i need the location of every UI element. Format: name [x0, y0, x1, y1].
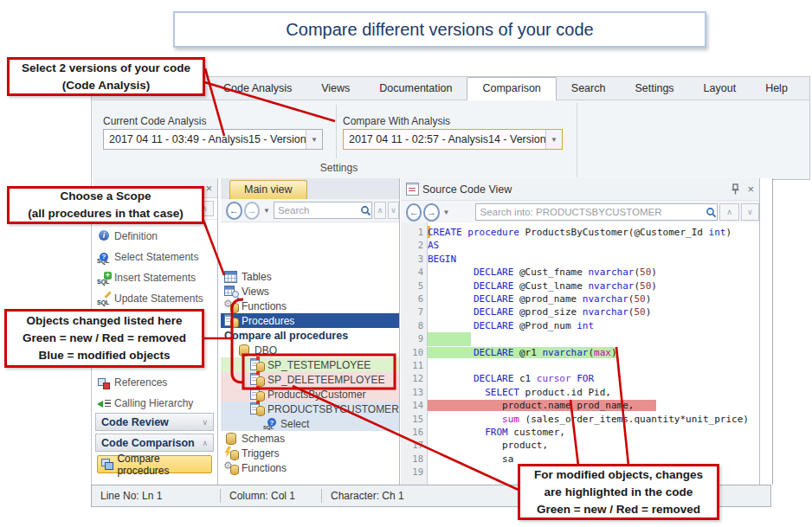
line-number: 4: [401, 266, 423, 279]
line-number: 10: [401, 346, 423, 359]
code-editor[interactable]: 1CREATE procedure ProductsByCustomer(@Cu…: [401, 222, 759, 485]
ribbon-group-separator: [336, 105, 337, 158]
code-line-1: CREATE procedure ProductsByCustomer(@Cus…: [428, 226, 759, 239]
back-icon[interactable]: ←: [406, 203, 422, 222]
tab-main-view[interactable]: Main view: [229, 180, 307, 199]
code-line-3: BEGIN: [428, 253, 759, 266]
search-prev-icon[interactable]: ∧: [719, 203, 738, 221]
callout-choose-scope: Choose a Scope(all procedures in that ca…: [7, 186, 204, 224]
chevron-down-icon[interactable]: ▼: [443, 209, 450, 216]
sidebar-item-select-statements[interactable]: SQL?Select Statements: [97, 248, 214, 266]
section-code-comparison[interactable]: Code Comparison ∧: [95, 434, 214, 452]
tree-search[interactable]: [274, 202, 372, 219]
search-prev-icon[interactable]: ∧: [374, 202, 386, 219]
tree-item-dbo[interactable]: DBO: [221, 343, 399, 357]
tree-item-label: Procedures: [242, 315, 294, 327]
chevron-down-icon[interactable]: ▼: [263, 207, 270, 215]
refs-icon: [97, 376, 112, 389]
sidebar-item-definition[interactable]: iDefinition: [97, 228, 214, 245]
tree-item-productsbycustomer[interactable]: PRODUCTSBYCUSTOMER: [221, 402, 399, 416]
forward-icon[interactable]: →: [423, 203, 439, 222]
line-number: 17: [401, 439, 423, 452]
sidebar-item-update-statements[interactable]: SQLUpdate Statements: [97, 290, 214, 307]
tab-search[interactable]: Search: [557, 78, 621, 100]
tree-item-label: PRODUCTSBYCUSTOMER: [267, 403, 399, 415]
search-next-icon[interactable]: ∨: [741, 203, 759, 221]
new-highlight: DECLARE @r1 nvarchar(max): [428, 347, 617, 358]
new-highlight: [428, 332, 471, 345]
tab-comparison[interactable]: Comparison: [467, 77, 556, 100]
tree-item-sp-deleteemployee[interactable]: SP_DELETEEMPLOYEE: [221, 372, 399, 387]
function-icon: ⚙: [224, 461, 239, 474]
section-code-review[interactable]: Code Review ∨: [95, 413, 214, 431]
close-icon[interactable]: ×: [747, 183, 754, 195]
tree-item-sp-testemployee[interactable]: SP_TESTEMPLOYEE: [221, 357, 399, 372]
tree-item-functions[interactable]: ⚙Functions: [221, 299, 399, 313]
tree-item-label: Compare all procedures: [224, 330, 348, 342]
trigger-icon: [224, 447, 239, 460]
tab-documentation[interactable]: Documentation: [364, 78, 467, 100]
callout-line: Choose a Scope: [60, 188, 151, 205]
current-analysis-combo[interactable]: 2017 04 11 - 03:49 - Analysis15 - Versio…: [103, 129, 323, 150]
tree-item-functions[interactable]: ⚙Functions: [221, 460, 399, 475]
code-line-16: FROM customer,: [428, 426, 759, 439]
tab-layout[interactable]: Layout: [689, 78, 751, 100]
tree-item-schemas[interactable]: Schemas: [221, 431, 399, 446]
tree-search-input[interactable]: [274, 205, 360, 215]
code-search[interactable]: [475, 203, 718, 221]
tree-item-procedures[interactable]: Procedures: [221, 313, 399, 328]
tree-item-label: Schemas: [242, 433, 285, 445]
chevron-down-icon[interactable]: ▼: [545, 130, 562, 149]
sql-q-icon: SQL?: [97, 251, 112, 264]
sidebar-item-references[interactable]: References: [97, 374, 214, 391]
code-search-input[interactable]: [476, 207, 706, 217]
select-icon: SQL?: [263, 417, 278, 430]
ribbon-group-label: Settings: [103, 162, 575, 174]
proc-doc-icon: [250, 402, 265, 415]
sql-pencil-icon: SQL: [97, 292, 112, 305]
pin-icon[interactable]: [731, 183, 740, 195]
compare-analysis-combo[interactable]: 2017 04 11 - 02:57 - Analysis14 - Versio…: [343, 129, 563, 150]
search-next-icon[interactable]: ∨: [388, 202, 399, 219]
source-view-title: Source Code View: [422, 183, 724, 196]
tree-item-compare-all-procedures[interactable]: Compare all procedures: [221, 328, 399, 343]
tab-help[interactable]: Help: [751, 78, 802, 100]
table-icon: [224, 270, 239, 283]
line-number: 5: [401, 280, 423, 292]
sidebar-item-calling-hierarchy[interactable]: Calling Hierarchy: [97, 395, 214, 412]
tab-settings[interactable]: Settings: [620, 78, 688, 100]
callout-modified-objects: For modified objects, changesare highlig…: [518, 464, 719, 520]
proc-doc-icon: [250, 388, 265, 401]
status-item-2: Character: Ch 1: [322, 485, 422, 506]
forward-icon[interactable]: →: [244, 202, 261, 220]
tree-item-productsbycustomer[interactable]: ProductsByCustomer: [221, 387, 399, 402]
sidebar-item-label: Select Statements: [114, 251, 198, 263]
source-code-panel: Source Code View × ← → ▼ ∧ ∨ 1CREATE pro…: [401, 178, 760, 485]
sidebar-item-insert-statements[interactable]: SQL+Insert Statements: [97, 269, 214, 286]
tree-item-views[interactable]: Views: [221, 284, 399, 299]
close-icon[interactable]: ×: [205, 182, 212, 195]
current-analysis-label: Current Code Analysis: [103, 115, 206, 127]
chevron-down-icon[interactable]: ▼: [306, 130, 322, 149]
line-number: 1: [401, 226, 423, 239]
line-number: 14: [401, 399, 423, 412]
source-view-toolbar: ← → ▼ ∧ ∨: [401, 201, 759, 224]
tree-item-tables[interactable]: Tables: [221, 269, 399, 284]
line-number: 19: [401, 466, 423, 479]
code-line-15: sum (sales_order_items.quantity*unit_pri…: [428, 413, 759, 426]
compare-procedures-label: Compare procedures: [117, 453, 211, 477]
back-icon[interactable]: ←: [226, 202, 242, 220]
code-line-6: DECLARE @prod_name nvarchar(50): [428, 292, 759, 305]
info-icon: i: [97, 230, 112, 243]
line-number: 2: [401, 239, 423, 252]
tree-item-select[interactable]: SQL?Select: [221, 416, 399, 431]
tab-views[interactable]: Views: [306, 78, 364, 100]
line-number: 9: [401, 332, 423, 345]
sidebar-item-label: Definition: [114, 230, 158, 242]
tree-item-triggers[interactable]: Triggers: [221, 446, 399, 460]
code-line-11: [428, 359, 759, 372]
chevron-down-icon: ∨: [202, 418, 208, 427]
source-view-header: Source Code View ×: [401, 178, 759, 201]
tab-code-analysis[interactable]: Code Analysis: [209, 78, 306, 100]
compare-procedures-button[interactable]: Compare procedures: [97, 455, 212, 473]
